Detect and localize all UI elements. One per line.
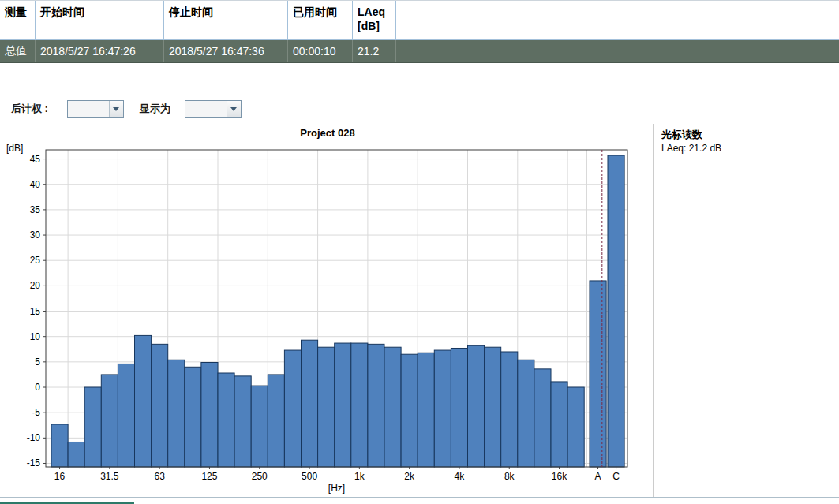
x-tick-label: 63: [154, 471, 165, 482]
y-tick-label: 40: [30, 179, 41, 190]
spectrum-bar[interactable]: [118, 364, 134, 467]
y-tick-label: 15: [30, 306, 41, 317]
x-tick-label: C: [612, 471, 620, 482]
cursor-readout-title: 光标读数: [661, 129, 721, 140]
spectrum-bar[interactable]: [518, 360, 534, 467]
col-header-start-time: 开始时间: [36, 1, 164, 39]
spectrum-bar[interactable]: [335, 343, 351, 467]
measurement-table: 测量 开始时间 停止时间 已用时间 LAeq [dB] 总值 2018/5/27…: [0, 0, 839, 63]
post-weighting-value: [68, 101, 109, 117]
spectrum-bar[interactable]: [251, 386, 268, 467]
display-as-value: [185, 101, 227, 117]
y-tick-label: 5: [35, 357, 40, 368]
c-weight-bar[interactable]: [608, 155, 624, 467]
bottom-panel-border: [0, 497, 839, 498]
spectrum-bar[interactable]: [368, 344, 384, 467]
table-row-total[interactable]: 总值 2018/5/27 16:47:26 2018/5/27 16:47:36…: [0, 40, 839, 63]
col-header-measurement: 测量: [0, 1, 36, 39]
cursor-readout-value: LAeq: 21.2 dB: [661, 143, 721, 154]
controls-bar: 后计权 : 显示为: [0, 99, 242, 118]
spectrum-bar[interactable]: [168, 360, 185, 467]
spectrum-bar[interactable]: [68, 442, 84, 467]
spectrum-bar[interactable]: [401, 354, 418, 467]
spectrum-bar[interactable]: [51, 424, 68, 467]
col-header-elapsed-time: 已用时间: [288, 1, 353, 39]
cell-filler: [396, 40, 839, 62]
spectrum-bar[interactable]: [84, 387, 101, 467]
x-axis-title: [Hz]: [328, 483, 345, 494]
spectrum-bar[interactable]: [218, 373, 234, 467]
spectrum-bar[interactable]: [185, 367, 201, 467]
spectrum-bar[interactable]: [101, 375, 118, 467]
spectrum-bar[interactable]: [418, 353, 434, 467]
spectrum-bar[interactable]: [534, 369, 551, 467]
x-tick-label: 125: [201, 471, 217, 482]
y-tick-label: 20: [30, 280, 41, 291]
cell-start-time: 2018/5/27 16:47:26: [36, 40, 164, 62]
spectrum-bar[interactable]: [485, 347, 501, 467]
spectrum-bar[interactable]: [201, 363, 218, 467]
x-tick-label: 1k: [354, 471, 365, 482]
chevron-down-icon: [109, 101, 123, 117]
a-weight-bar[interactable]: [590, 281, 606, 467]
display-as-select[interactable]: [185, 100, 242, 118]
spectrum-chart-panel: Project 028 -15-10-505101520253035404516…: [0, 125, 655, 497]
spectrum-bar[interactable]: [468, 345, 485, 467]
x-tick-label: A: [595, 471, 601, 482]
col-header-laeq: LAeq [dB]: [353, 1, 396, 39]
spectrum-bar[interactable]: [135, 335, 152, 467]
spectrum-bar[interactable]: [451, 348, 467, 467]
spectrum-bar[interactable]: [284, 350, 301, 467]
y-tick-label: -10: [27, 432, 41, 443]
spectrum-bar[interactable]: [434, 350, 451, 467]
x-tick-label: 250: [252, 471, 268, 482]
table-header-row: 测量 开始时间 停止时间 已用时间 LAeq [dB]: [0, 0, 839, 40]
y-tick-label: 30: [30, 230, 41, 241]
spectrum-bar[interactable]: [551, 382, 567, 467]
x-tick-label: 31.5: [100, 471, 119, 482]
y-tick-label: 45: [30, 154, 41, 165]
x-tick-label: 4k: [455, 471, 466, 482]
cell-laeq: 21.2: [353, 40, 396, 62]
post-weighting-label: 后计权 :: [11, 102, 48, 116]
y-tick-label: 35: [30, 204, 41, 215]
col-header-stop-time: 停止时间: [164, 1, 288, 39]
col-header-filler: [396, 1, 839, 39]
cell-stop-time: 2018/5/27 16:47:36: [164, 40, 288, 62]
chart-title: Project 028: [0, 125, 655, 142]
spectrum-bar[interactable]: [234, 376, 251, 467]
x-tick-label: 500: [302, 471, 317, 482]
y-tick-label: -15: [27, 457, 41, 469]
x-tick-label: 16k: [552, 471, 567, 482]
y-tick-label: 25: [30, 255, 41, 266]
spectrum-bar[interactable]: [302, 340, 318, 467]
y-axis-title: [dB]: [6, 143, 23, 154]
cursor-readout-panel: 光标读数 LAeq: 21.2 dB: [661, 129, 721, 154]
y-tick-label: 0: [35, 382, 40, 393]
spectrum-bar[interactable]: [384, 347, 401, 467]
spectrum-bar[interactable]: [501, 352, 518, 467]
spectrum-bar[interactable]: [152, 344, 168, 467]
y-tick-label: -5: [32, 407, 40, 418]
y-tick-label: 10: [30, 331, 41, 342]
cell-measurement: 总值: [0, 40, 36, 62]
display-as-label: 显示为: [140, 102, 170, 116]
spectrum-chart[interactable]: -15-10-50510152025303540451631.563125250…: [0, 142, 655, 497]
chevron-down-icon: [227, 101, 241, 117]
x-tick-label: 8k: [504, 471, 515, 482]
cell-elapsed-time: 00:00:10: [288, 40, 353, 62]
panel-divider: [653, 124, 654, 497]
x-tick-label: 2k: [404, 471, 415, 482]
spectrum-bar[interactable]: [268, 375, 284, 467]
spectrum-bar[interactable]: [318, 347, 335, 467]
post-weighting-select[interactable]: [67, 100, 124, 118]
spectrum-bar[interactable]: [351, 343, 368, 467]
x-tick-label: 16: [54, 471, 66, 482]
spectrum-bar[interactable]: [567, 387, 584, 467]
